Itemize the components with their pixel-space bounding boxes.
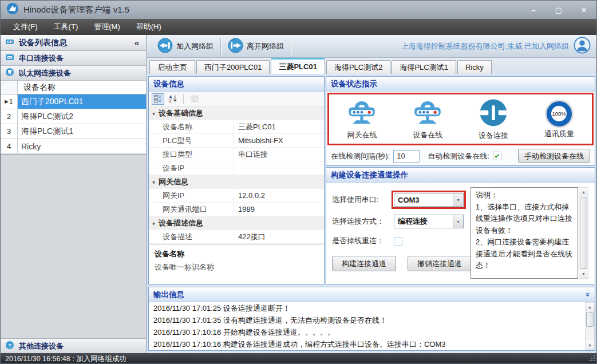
menu-help[interactable]: 帮助(H) (128, 19, 169, 35)
row-number: ▶ 1 (1, 94, 18, 109)
connect-mode-select[interactable]: 编程连接 ▼ (394, 215, 464, 228)
property-row[interactable]: 设备IP (149, 161, 324, 175)
property-row[interactable]: 接口类型 串口连接 (149, 148, 324, 161)
tab-siemens-200plc01[interactable]: 西门子200PLC01 (196, 60, 270, 74)
device-connected-indicator: 设备连接 (463, 98, 524, 141)
scroll-down-icon[interactable]: ▼ (579, 270, 588, 278)
property-grid-toolbar: AZ (149, 92, 324, 106)
menu-bar: 文件(F) 工具(T) 管理(M) 帮助(H) (1, 19, 596, 35)
property-value[interactable]: 串口连接 (234, 148, 324, 161)
auto-detect-checkbox[interactable]: ✔ (493, 152, 501, 160)
user-network-status: 上海海得控制系统股份有限公司:朱威 已加入网络组 (401, 37, 593, 56)
device-name-cell[interactable]: 海得PLC测试2 (18, 109, 146, 124)
tab-mitsubishi-plc01[interactable]: 三菱PLC01 (271, 58, 325, 74)
close-icon[interactable]: ✕ (571, 1, 596, 19)
scroll-thumb[interactable] (580, 197, 587, 269)
window-title: Hinode设备管理客户端 v1.5 (23, 5, 129, 15)
property-description-box: 设备名称 设备唯一标识名称 (149, 244, 324, 284)
tab-haide-plc-test1[interactable]: 海得PLC测试1 (392, 60, 456, 74)
tab-ricky[interactable]: Ricky (457, 60, 492, 74)
sort-az-icon[interactable]: AZ (167, 93, 179, 105)
table-row[interactable]: ▶ 1 西门子200PLC01 (1, 94, 146, 109)
device-list-icon (5, 37, 14, 49)
main-content: 设备信息 AZ ▾ 设备基础信息 设备名称 (147, 74, 597, 353)
leave-group-icon (228, 38, 243, 55)
scroll-track (586, 327, 594, 341)
property-row[interactable]: 网关通讯端口 1989 (149, 203, 324, 216)
toolbar-separator (220, 38, 221, 55)
reconnect-checkbox[interactable] (394, 237, 402, 246)
property-category[interactable]: ▾ 设备基础信息 (149, 106, 324, 120)
property-name: 设备名称 (149, 120, 234, 133)
notes-scrollbar[interactable]: ▲ ▼ (579, 187, 588, 279)
scroll-down-icon[interactable]: ▼ (586, 341, 594, 350)
sidebar-item-other-devices[interactable]: ? 其他连接设备 (1, 338, 146, 353)
device-status-panel: 设备状态指示 网关在线 设备在线 (326, 76, 595, 166)
table-row[interactable]: 2 海得PLC测试2 (1, 109, 146, 124)
leave-network-group-button[interactable]: 离开网络组 (222, 37, 290, 56)
property-value[interactable]: 12.0.0.2 (234, 189, 324, 202)
interval-input[interactable] (393, 150, 420, 163)
property-category[interactable]: ▾ 网关信息 (149, 175, 324, 189)
property-row[interactable]: PLC型号 Mitsubishi-FX (149, 134, 324, 148)
property-value[interactable] (234, 161, 324, 175)
dropdown-arrow-icon[interactable]: ▼ (453, 215, 463, 228)
minimize-icon[interactable]: – (521, 1, 546, 19)
sidebar-item-ethernet-devices[interactable]: 以太网连接设备 (1, 66, 146, 81)
scroll-up-icon[interactable]: ▲ (586, 303, 594, 311)
property-value[interactable]: Mitsubishi-FX (234, 134, 324, 147)
device-name-cell[interactable]: Ricky (18, 139, 146, 153)
collapse-sidebar-icon[interactable]: « (132, 38, 141, 48)
indicator-label: 网关在线 (347, 130, 377, 140)
serial-port-icon (5, 53, 14, 64)
scroll-up-icon[interactable]: ▲ (579, 188, 588, 196)
user-avatar-icon[interactable] (574, 37, 591, 56)
property-value[interactable]: 三菱PLC01 (234, 120, 324, 133)
menu-file[interactable]: 文件(F) (5, 19, 46, 35)
manual-detect-button[interactable]: 手动检测设备在线 (518, 149, 590, 163)
tab-home[interactable]: 启动主页 (149, 60, 195, 74)
sidebar-group-label: 串口连接设备 (19, 53, 64, 64)
output-panel: 输出信息 » 2016/11/30 17:01:25 设备连接通道断开！ 201… (148, 287, 595, 351)
scroll-thumb[interactable] (586, 312, 594, 327)
tab-haide-plc-test2[interactable]: 海得PLC测试2 (326, 60, 391, 74)
maximize-icon[interactable]: ▢ (546, 1, 571, 19)
notes-line: 2、网口连接设备需要构建连接通道后才能看到是否在线状态！ (476, 236, 573, 272)
indicator-label: 设备连接 (479, 130, 508, 141)
dropdown-arrow-icon[interactable]: ▼ (453, 193, 463, 206)
indicator-label: 通讯质量 (544, 129, 574, 139)
device-status-header: 设备状态指示 (326, 77, 595, 92)
title-bar: Hinode设备管理客户端 v1.5 – ▢ ✕ (1, 1, 596, 19)
sidebar-header[interactable]: 设备列表信息 « (1, 35, 146, 51)
channel-panel-body: 选择使用串口: COM3 ▼ 选择连接方式： 编程连接 ▼ (326, 183, 595, 284)
table-row[interactable]: 3 海得PLC测试1 (1, 124, 146, 139)
property-name: 设备描述 (149, 230, 234, 243)
device-name-cell[interactable]: 海得PLC测试1 (18, 124, 146, 139)
sidebar-item-serial-devices[interactable]: 串口连接设备 (1, 51, 146, 66)
property-category[interactable]: ▾ 设备描述信息 (149, 216, 324, 230)
notes-line: 1、选择串口、连接方式和掉线重连操作选项只对串口连接设备有效！ (476, 201, 573, 237)
device-info-panel: 设备信息 AZ ▾ 设备基础信息 设备名称 (148, 76, 325, 284)
menu-tools[interactable]: 工具(T) (46, 19, 86, 35)
property-row[interactable]: 设备名称 三菱PLC01 (149, 120, 324, 134)
join-network-group-button[interactable]: 加入网络组 (152, 37, 219, 56)
toolbar-separator (291, 38, 291, 55)
output-scrollbar[interactable]: ▲ ▼ (585, 302, 595, 350)
device-name-cell[interactable]: 西门子200PLC01 (18, 94, 146, 109)
resize-grip-icon[interactable] (588, 354, 595, 363)
property-row[interactable]: 设备描述 422接口 (149, 230, 324, 244)
build-channel-button[interactable]: 构建连接通道 (332, 256, 396, 271)
revoke-channel-button[interactable]: 撤销连接通道 (408, 256, 472, 271)
svg-text:A: A (169, 95, 172, 99)
serial-port-select[interactable]: COM3 ▼ (394, 193, 464, 207)
selected-property-description: 设备唯一标识名称 (155, 262, 318, 272)
collapse-output-icon[interactable]: » (584, 292, 592, 296)
status-bar: 2016/11/30 16:56:48 : 加入网络组成功 (1, 353, 596, 364)
table-row[interactable]: 4 Ricky (1, 139, 146, 154)
device-name-column-header[interactable]: 设备名称 (18, 81, 146, 94)
property-row[interactable]: 网关IP 12.0.0.2 (149, 189, 324, 203)
property-value[interactable]: 1989 (234, 203, 324, 216)
menu-manage[interactable]: 管理(M) (86, 19, 128, 35)
categorized-view-icon[interactable] (152, 93, 164, 105)
property-value[interactable]: 422接口 (234, 230, 324, 243)
